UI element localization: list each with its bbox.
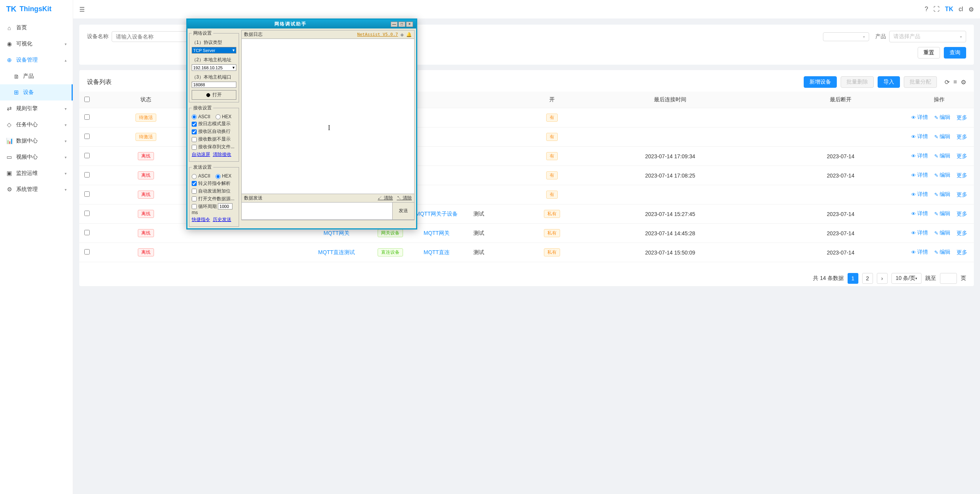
clear-recv-link[interactable]: 清除接收 <box>213 152 231 157</box>
nav-visual[interactable]: ◉可视化▾ <box>0 36 73 52</box>
port-input[interactable] <box>192 82 236 88</box>
log-area[interactable]: I <box>241 39 415 194</box>
detail-link[interactable]: 👁详情 <box>911 229 928 236</box>
nav-product[interactable]: 🗎产品 <box>0 68 73 84</box>
product-link[interactable]: MQTT网关子设备 <box>415 211 458 217</box>
more-link[interactable]: 更多 <box>957 191 967 198</box>
fullscreen-icon[interactable]: ⛶ <box>933 6 940 13</box>
product-link[interactable]: MQTT直连 <box>423 249 450 255</box>
detail-link[interactable]: 👁详情 <box>911 114 928 121</box>
reset-button[interactable]: 重置 <box>918 47 940 59</box>
auto-scroll-link[interactable]: 自动滚屏 <box>192 152 210 157</box>
row-checkbox[interactable] <box>84 191 90 197</box>
more-link[interactable]: 更多 <box>957 134 967 141</box>
detail-link[interactable]: 👁详情 <box>911 133 928 140</box>
detail-link[interactable]: 👁详情 <box>911 210 928 217</box>
recv-ascii-radio[interactable]: ASCII <box>192 114 210 119</box>
edit-link[interactable]: ✎编辑 <box>934 191 950 198</box>
recv-hide-check[interactable]: 接收数据不显示 <box>192 136 231 142</box>
clear-up-link[interactable]: ↖ 清除 <box>397 195 412 201</box>
row-checkbox[interactable] <box>84 153 90 158</box>
send-loop-check[interactable]: 循环周期 <box>192 204 217 209</box>
row-checkbox[interactable] <box>84 230 90 235</box>
quick-cmd-link[interactable]: 快捷指令 <box>192 217 210 222</box>
collapse-sidebar-icon[interactable]: ☰ <box>79 6 85 13</box>
more-link[interactable]: 更多 <box>957 249 967 256</box>
column-settings-icon[interactable]: ⚙ <box>961 79 966 86</box>
send-hex-radio[interactable]: HEX <box>216 173 232 179</box>
nav-data[interactable]: 📊数据中心▾ <box>0 133 73 149</box>
clear-down-link[interactable]: ↙ 清除 <box>378 195 393 201</box>
detail-link[interactable]: 👁详情 <box>911 172 928 179</box>
edit-link[interactable]: ✎编辑 <box>934 114 950 121</box>
detail-link[interactable]: 👁详情 <box>911 249 928 256</box>
user-initials[interactable]: cl <box>958 6 963 13</box>
send-button[interactable]: 发送 <box>393 203 414 219</box>
loop-period-input[interactable] <box>218 203 232 209</box>
host-select[interactable]: 192.168.10.125▾ <box>192 64 236 71</box>
edit-link[interactable]: ✎编辑 <box>934 229 950 236</box>
edit-link[interactable]: ✎编辑 <box>934 172 950 179</box>
more-link[interactable]: 更多 <box>957 114 967 121</box>
settings-icon[interactable]: ⚙ <box>968 6 974 13</box>
recv-autowrap-check[interactable]: 接收区自动换行 <box>192 129 231 134</box>
maximize-icon[interactable]: □ <box>398 22 405 27</box>
batch-assign-button[interactable]: 批量分配 <box>904 76 937 88</box>
density-icon[interactable]: ≡ <box>953 79 957 86</box>
add-device-button[interactable]: 新增设备 <box>804 76 837 88</box>
open-button[interactable]: 打开 <box>192 90 236 100</box>
nav-device[interactable]: ⊞设备 <box>0 84 73 100</box>
more-link[interactable]: 更多 <box>957 153 967 160</box>
row-checkbox[interactable] <box>84 134 90 139</box>
row-checkbox[interactable] <box>84 172 90 178</box>
send-textarea[interactable] <box>242 203 393 219</box>
nav-monitor[interactable]: ▣监控运维▾ <box>0 165 73 181</box>
nav-rules[interactable]: ⇄规则引擎▾ <box>0 100 73 117</box>
hidden-select-1[interactable]: ▾ <box>823 32 869 41</box>
query-button[interactable]: 查询 <box>944 47 966 59</box>
edit-link[interactable]: ✎编辑 <box>934 152 950 159</box>
nav-device-mgmt[interactable]: ⊕设备管理▴ <box>0 52 73 68</box>
horizontal-scrollbar[interactable] <box>87 262 966 268</box>
page-size-select[interactable]: 10 条/页 ▾ <box>891 273 921 284</box>
row-checkbox[interactable] <box>84 249 90 255</box>
device-alias-link[interactable]: MQTT网关 <box>323 230 350 236</box>
device-alias-link[interactable]: MQTT直连测试 <box>318 249 355 255</box>
page-2[interactable]: 2 <box>862 273 873 284</box>
close-icon[interactable]: × <box>406 22 413 27</box>
product-link[interactable]: MQTT网关 <box>423 230 450 236</box>
row-checkbox[interactable] <box>84 114 90 120</box>
send-append-check[interactable]: 自动发送附加位 <box>192 188 231 194</box>
import-button[interactable]: 导入 <box>878 76 900 88</box>
edit-link[interactable]: ✎编辑 <box>934 249 950 256</box>
send-escape-check[interactable]: 转义符指令解析 <box>192 181 231 186</box>
page-next[interactable]: › <box>877 273 888 284</box>
netassist-brand-link[interactable]: NetAssist V5.0.7 <box>357 32 398 37</box>
select-all-checkbox[interactable] <box>84 97 90 102</box>
edit-link[interactable]: ✎编辑 <box>934 210 950 217</box>
netassist-window[interactable]: 网络调试助手 — □ × 网络设置 （1）协议类型 TCP Server▾ （2… <box>186 18 417 229</box>
recv-hex-radio[interactable]: HEX <box>216 114 232 119</box>
detail-link[interactable]: 👁详情 <box>911 152 928 159</box>
detail-link[interactable]: 👁详情 <box>911 191 928 198</box>
refresh-icon[interactable]: ⟳ <box>945 79 950 86</box>
more-link[interactable]: 更多 <box>957 172 967 179</box>
help-icon[interactable]: ? <box>925 6 928 13</box>
product-select[interactable]: 请选择产品▾ <box>889 31 966 42</box>
bell-icon[interactable]: 🔔 <box>406 32 412 37</box>
edit-link[interactable]: ✎编辑 <box>934 133 950 140</box>
send-file-check[interactable]: 打开文件数据源... <box>192 196 234 201</box>
jump-input[interactable] <box>940 273 957 284</box>
nav-system[interactable]: ⚙系统管理▾ <box>0 181 73 198</box>
nav-video[interactable]: ▭视频中心▾ <box>0 149 73 165</box>
device-name-input[interactable] <box>112 31 187 42</box>
send-ascii-radio[interactable]: ASCII <box>192 173 210 179</box>
brand-small-icon[interactable]: TK <box>945 6 953 13</box>
minimize-icon[interactable]: — <box>391 22 398 27</box>
protocol-select[interactable]: TCP Server▾ <box>192 47 236 54</box>
recv-log-mode-check[interactable]: 按日志模式显示 <box>192 121 231 126</box>
more-link[interactable]: 更多 <box>957 211 967 218</box>
netassist-titlebar[interactable]: 网络调试助手 — □ × <box>187 20 416 28</box>
batch-delete-button[interactable]: 批量删除 <box>841 76 874 88</box>
recv-save-file-check[interactable]: 接收保存到文件... <box>192 144 234 149</box>
